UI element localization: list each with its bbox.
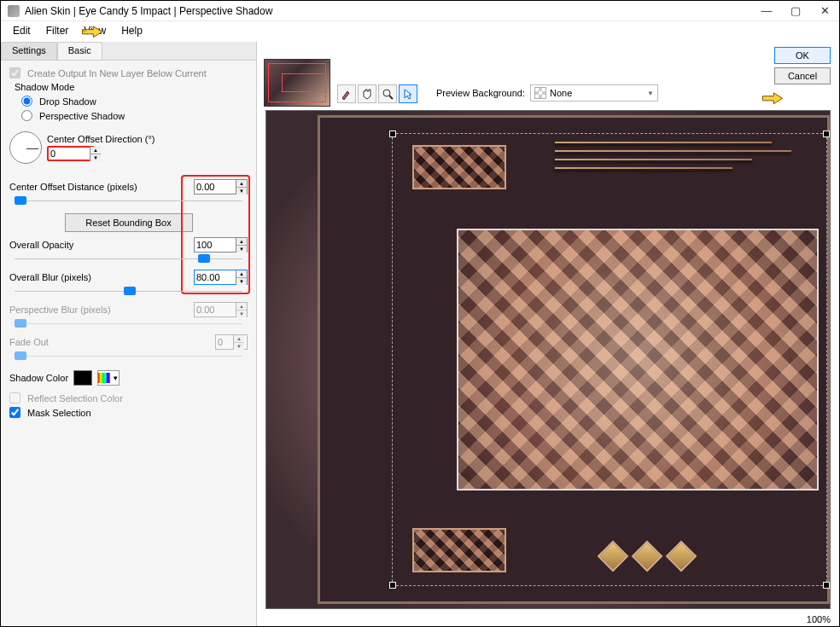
- preview-decor-top: [412, 145, 506, 189]
- magnifier-icon: [382, 88, 394, 100]
- preview-background-label: Preview Background:: [436, 88, 525, 98]
- perspective-blur-spin: ▲▼: [194, 302, 248, 317]
- menu-help[interactable]: Help: [114, 23, 149, 38]
- panel-body: Create Output In New Layer Below Current…: [1, 61, 256, 425]
- window-title: Alien Skin | Eye Candy 5 Impact | Perspe…: [25, 5, 752, 17]
- preview-artwork: [318, 115, 830, 604]
- ok-button[interactable]: OK: [774, 47, 831, 64]
- radio-perspective-shadow[interactable]: [21, 110, 32, 121]
- fade-out-input: [216, 336, 233, 348]
- preview-background-row: Preview Background: None ▼: [436, 84, 658, 102]
- pointer-hand-icon: [761, 90, 785, 105]
- close-button[interactable]: ✕: [810, 2, 839, 20]
- tab-basic[interactable]: Basic: [57, 42, 102, 60]
- center-direction-spin[interactable]: ▲▼: [47, 146, 95, 161]
- preview-background-dropdown[interactable]: None ▼: [530, 84, 658, 102]
- overall-opacity-spin[interactable]: ▲▼: [194, 237, 248, 253]
- zoom-level: 100%: [807, 614, 831, 624]
- radio-drop-shadow[interactable]: [21, 96, 32, 107]
- svg-line-1: [389, 96, 393, 99]
- menubar: Edit Filter View Help: [1, 21, 839, 40]
- fade-out-spin: ▲▼: [215, 334, 248, 350]
- tool-pointer[interactable]: [399, 84, 417, 103]
- maximize-button[interactable]: ▢: [781, 2, 810, 20]
- minimize-button[interactable]: —: [752, 2, 781, 20]
- brush-icon: [341, 88, 353, 100]
- overall-blur-label: Overall Blur (pixels): [9, 272, 194, 282]
- preview-diamonds: [602, 545, 692, 567]
- dist-down[interactable]: ▼: [236, 188, 247, 194]
- shadow-mode-label: Shadow Mode: [15, 82, 246, 92]
- preview-center-panel: [457, 229, 819, 491]
- create-output-checkbox: [9, 67, 20, 78]
- preview-toolbar: [337, 84, 417, 103]
- fade-out-label: Fade Out: [9, 337, 215, 347]
- titlebar: Alien Skin | Eye Candy 5 Impact | Perspe…: [1, 1, 839, 21]
- overall-blur-input[interactable]: [195, 271, 236, 283]
- mask-selection-label: Mask Selection: [27, 408, 91, 418]
- chevron-down-icon: ▼: [647, 90, 654, 97]
- dist-up[interactable]: ▲: [236, 180, 247, 188]
- mask-selection-checkbox[interactable]: [9, 407, 20, 418]
- thumbnail-strip: [264, 47, 330, 107]
- svg-point-0: [383, 90, 390, 96]
- overall-blur-slider[interactable]: [9, 285, 248, 297]
- reset-bounding-box-button[interactable]: Reset Bounding Box: [65, 213, 193, 232]
- menu-view[interactable]: View: [77, 23, 113, 38]
- tool-zoom[interactable]: [378, 84, 397, 103]
- tool-brush[interactable]: [337, 84, 356, 103]
- center-distance-slider[interactable]: [9, 194, 248, 206]
- main-area: Settings Basic Create Output In New Laye…: [1, 42, 839, 626]
- menu-edit[interactable]: Edit: [6, 23, 38, 38]
- shadow-color-swatch[interactable]: [73, 370, 92, 386]
- direction-dial[interactable]: [9, 131, 42, 164]
- dir-up[interactable]: ▲: [90, 147, 101, 154]
- overall-opacity-slider[interactable]: [9, 253, 248, 264]
- preview-background-value: None: [550, 88, 572, 98]
- preview-lines: [555, 142, 802, 184]
- perspective-blur-input: [195, 304, 236, 316]
- op-up[interactable]: ▲: [236, 238, 247, 246]
- cursor-icon: [402, 88, 414, 100]
- center-distance-input[interactable]: [195, 181, 236, 193]
- create-output-label: Create Output In New Layer Below Current: [27, 68, 207, 78]
- menu-filter[interactable]: Filter: [39, 23, 76, 38]
- hand-icon: [361, 88, 373, 100]
- create-output-row: Create Output In New Layer Below Current: [9, 67, 248, 78]
- center-direction-label: Center Offset Direction (°): [47, 134, 155, 144]
- overall-opacity-label: Overall Opacity: [9, 240, 194, 250]
- perspective-blur-slider: [9, 317, 248, 329]
- radio-drop-shadow-label: Drop Shadow: [39, 96, 96, 107]
- dir-down[interactable]: ▼: [90, 154, 101, 161]
- preview-decor-bottom: [412, 528, 506, 572]
- left-panel: Settings Basic Create Output In New Laye…: [1, 42, 257, 626]
- dialog-buttons: OK Cancel: [774, 47, 831, 84]
- rainbow-icon: [98, 373, 110, 383]
- fade-out-slider: [9, 350, 248, 362]
- transparency-icon: [534, 87, 546, 99]
- bl-up[interactable]: ▲: [236, 270, 247, 278]
- color-picker-button[interactable]: ▼: [97, 370, 120, 386]
- app-icon: [8, 5, 20, 17]
- chevron-down-icon: ▼: [112, 374, 119, 382]
- center-direction-input[interactable]: [49, 148, 90, 160]
- radio-perspective-shadow-label: Perspective Shadow: [39, 111, 125, 121]
- overall-blur-spin[interactable]: ▲▼: [194, 270, 248, 285]
- right-area: Preview Background: None ▼ OK Cancel: [257, 42, 839, 626]
- shadow-color-label: Shadow Color: [9, 373, 68, 383]
- reflect-selection-checkbox: [9, 392, 20, 403]
- navigator-thumbnail[interactable]: [264, 59, 330, 107]
- op-down[interactable]: ▼: [236, 246, 247, 253]
- preview-canvas[interactable]: [265, 110, 831, 609]
- reflect-selection-label: Reflect Selection Color: [27, 393, 123, 403]
- tab-settings[interactable]: Settings: [1, 42, 57, 60]
- center-distance-label: Center Offset Distance (pixels): [9, 182, 194, 192]
- cancel-button[interactable]: Cancel: [774, 67, 831, 84]
- bl-down[interactable]: ▼: [236, 278, 247, 285]
- tool-hand[interactable]: [358, 84, 376, 103]
- perspective-blur-label: Perspective Blur (pixels): [9, 305, 194, 315]
- overall-opacity-input[interactable]: [195, 239, 236, 251]
- center-distance-spin[interactable]: ▲▼: [194, 179, 248, 194]
- tabbar: Settings Basic: [1, 42, 256, 61]
